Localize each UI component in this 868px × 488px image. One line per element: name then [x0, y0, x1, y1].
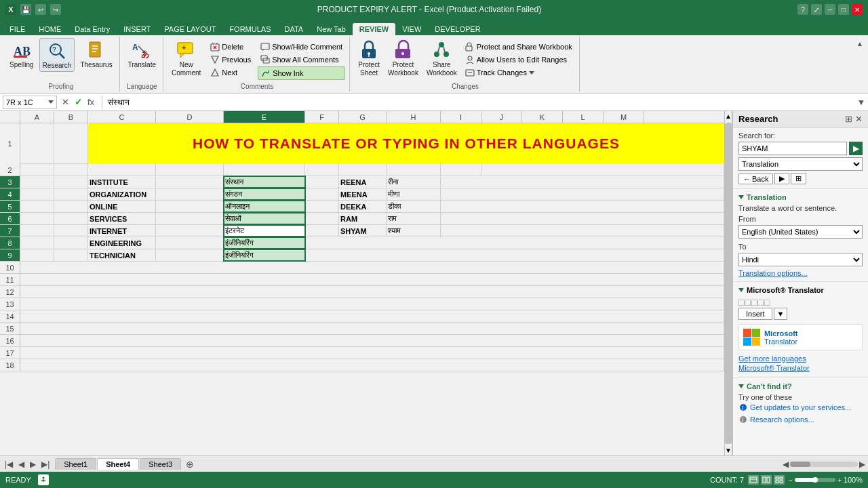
cell-8d[interactable]: ENGINEERING — [88, 237, 156, 249]
minimize-button[interactable]: ─ — [825, 4, 835, 15]
sheet-tab-sheet1[interactable]: Sheet1 — [55, 458, 96, 470]
cell-4a[interactable] — [20, 188, 54, 200]
cell-13[interactable] — [20, 298, 724, 310]
cell-6f[interactable]: सेवाओं — [224, 213, 305, 224]
cell-8e[interactable] — [156, 237, 224, 249]
cell-7d[interactable]: INTERNET — [88, 225, 156, 237]
back-button[interactable]: ← Back — [738, 174, 773, 184]
cell-9d[interactable]: TECHNICIAN — [88, 249, 156, 261]
cell-6g[interactable] — [305, 213, 339, 224]
cell-4g[interactable] — [305, 188, 339, 200]
col-header-m[interactable]: M — [604, 111, 644, 123]
cell-6a[interactable] — [20, 213, 54, 224]
cell-4b[interactable] — [54, 188, 88, 200]
translation-header[interactable]: Translation — [738, 193, 863, 201]
cell-2b[interactable] — [54, 164, 88, 176]
tab-insert[interactable]: INSERT — [117, 23, 157, 35]
to-language-select[interactable]: Hindi French Spanish — [738, 253, 863, 266]
research-options-link[interactable]: i Research options... — [738, 415, 863, 424]
cell-5a[interactable] — [20, 201, 54, 212]
cell-2c[interactable] — [88, 164, 156, 176]
tab-home[interactable]: HOME — [32, 23, 68, 35]
col-header-g[interactable]: G — [339, 111, 387, 123]
cell-7rest[interactable] — [441, 225, 724, 237]
col-header-k[interactable]: K — [522, 111, 563, 123]
page-layout-view-button[interactable] — [761, 475, 772, 485]
thesaurus-button[interactable]: Thesaurus — [77, 38, 115, 70]
cell-6e[interactable] — [156, 213, 224, 224]
search-go-button[interactable]: ▶ — [849, 142, 863, 155]
col-header-b[interactable]: B — [54, 111, 88, 123]
normal-view-button[interactable] — [748, 475, 759, 485]
cell-7a[interactable] — [20, 225, 54, 237]
maximize-button[interactable]: □ — [838, 4, 849, 15]
first-sheet-button[interactable]: |◀ — [3, 460, 15, 469]
col-header-e[interactable]: E — [224, 111, 305, 123]
cell-6rest[interactable] — [441, 213, 724, 224]
cell-1b[interactable] — [54, 123, 88, 164]
delete-comment-button[interactable]: Delete — [208, 41, 254, 53]
cell-9e[interactable] — [156, 249, 224, 261]
cell-4h[interactable]: MEENA — [339, 188, 387, 200]
cell-8f[interactable]: इंजीनियरिंग — [224, 237, 305, 249]
cell-2i[interactable] — [441, 164, 481, 176]
col-header-h[interactable]: H — [387, 111, 441, 123]
col-header-a[interactable]: A — [20, 111, 54, 123]
col-header-d[interactable]: D — [156, 111, 224, 123]
tab-review[interactable]: REVIEW — [353, 23, 395, 35]
cell-2h[interactable] — [387, 164, 441, 176]
prev-sheet-button[interactable]: ◀ — [16, 460, 26, 469]
cell-5g[interactable] — [305, 201, 339, 212]
collapse-ribbon-button[interactable]: ▲ — [854, 38, 865, 49]
help-icon[interactable]: ? — [797, 4, 808, 15]
protect-workbook-button[interactable]: ProtectWorkbook — [385, 38, 421, 79]
qat-undo[interactable]: ↩ — [35, 4, 46, 15]
confirm-icon[interactable]: ✓ — [73, 96, 84, 108]
service-dropdown[interactable]: Translation Bing Dictionary — [738, 157, 863, 171]
cell-2g[interactable] — [339, 164, 387, 176]
tab-formulas[interactable]: FORMULAS — [222, 23, 277, 35]
cell-2e[interactable] — [224, 164, 305, 176]
cell-1a[interactable] — [20, 123, 54, 164]
name-box[interactable]: 7R x 1C — [3, 96, 57, 109]
cell-7b[interactable] — [54, 225, 88, 237]
cell-6i[interactable]: राम — [387, 213, 441, 224]
panel-resize-icon[interactable]: ⊞ — [845, 114, 852, 124]
show-all-comments-button[interactable]: Show All Comments — [258, 54, 345, 66]
cell-3h[interactable]: REENA — [339, 176, 387, 188]
tab-page-layout[interactable]: PAGE LAYOUT — [157, 23, 222, 35]
cell-6b[interactable] — [54, 213, 88, 224]
col-header-l[interactable]: L — [563, 111, 604, 123]
cell-18[interactable] — [20, 359, 724, 371]
cell-5i[interactable]: डीका — [387, 201, 441, 212]
previous-comment-button[interactable]: Previous — [208, 54, 254, 66]
next-sheet-button[interactable]: ▶ — [28, 460, 38, 469]
cell-3d[interactable]: INSTITUTE — [88, 176, 156, 188]
show-ink-button[interactable]: Show Ink — [258, 66, 345, 80]
panel-close-icon[interactable]: ✕ — [855, 114, 863, 124]
col-header-c[interactable]: C — [88, 111, 156, 123]
cell-5b[interactable] — [54, 201, 88, 212]
cell-8b[interactable] — [54, 237, 88, 249]
search-input[interactable] — [738, 142, 847, 155]
ms-translator-link[interactable]: Microsoft® Translator — [738, 364, 863, 372]
sheet-tab-sheet3[interactable]: Sheet3 — [140, 458, 181, 470]
new-comment-button[interactable]: + NewComment — [169, 38, 203, 79]
share-workbook-button[interactable]: ShareWorkbook — [424, 38, 460, 79]
add-sheet-button[interactable]: ⊕ — [182, 458, 198, 471]
cell-17[interactable] — [20, 347, 724, 359]
tab-view[interactable]: VIEW — [395, 23, 428, 35]
track-changes-button[interactable]: Track Changes — [462, 66, 575, 79]
scroll-thumb[interactable] — [790, 462, 810, 467]
formula-expand-icon[interactable]: ▼ — [857, 98, 865, 107]
cell-9rest[interactable] — [305, 249, 724, 261]
restore-icon[interactable]: ⤢ — [811, 4, 822, 15]
cant-find-header[interactable]: Can't find it? — [738, 382, 863, 390]
col-header-j[interactable]: J — [481, 111, 522, 123]
spelling-button[interactable]: ABC Spelling — [7, 38, 37, 70]
forward-button[interactable]: ▶ — [774, 173, 789, 184]
cell-9f[interactable]: इंजीनियरिंग — [224, 249, 305, 261]
research-button[interactable]: ? Research — [39, 38, 75, 72]
tab-file[interactable]: FILE — [3, 23, 32, 35]
from-language-select[interactable]: English (United States) French German — [738, 225, 863, 239]
